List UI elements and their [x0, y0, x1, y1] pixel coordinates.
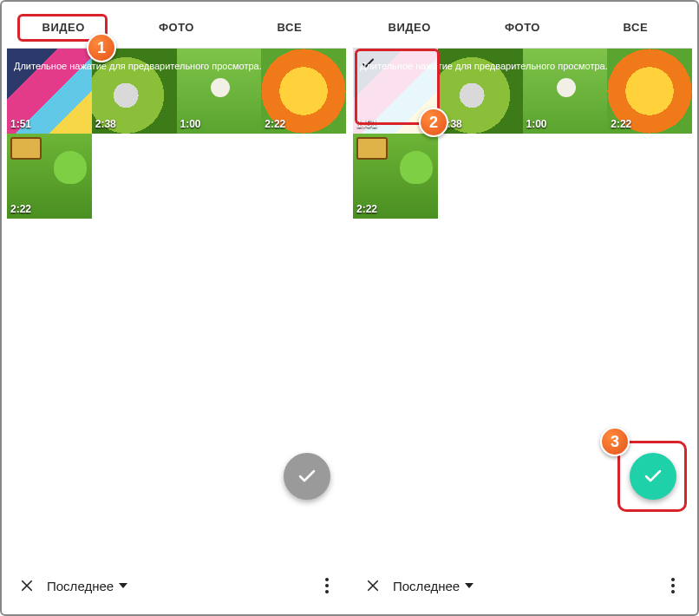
tabs: ВИДЕО ФОТО ВСЕ 1	[7, 7, 346, 49]
video-thumb-selected[interactable]: 1:51	[353, 49, 438, 134]
more-button[interactable]	[320, 573, 334, 599]
screen-right: ВИДЕО ФОТО ВСЕ Длительное нажатие для пр…	[353, 7, 692, 609]
close-button[interactable]	[365, 578, 381, 593]
thumb-duration: 1:51	[10, 118, 31, 130]
thumb-duration: 2:22	[611, 118, 631, 130]
chevron-down-icon	[119, 583, 127, 588]
bottom-bar: Последнее	[353, 562, 692, 609]
thumb-duration: 2:22	[265, 118, 285, 130]
media-grid-area: Длительное нажатие для предварительного …	[7, 49, 346, 562]
media-grid-area: Длительное нажатие для предварительного …	[353, 49, 692, 562]
thumb-duration: 1:51	[356, 118, 377, 130]
video-thumb[interactable]: 2:22	[607, 49, 692, 134]
video-thumb[interactable]: 2:22	[353, 134, 438, 219]
video-thumb[interactable]: 1:00	[177, 49, 262, 134]
screen-left: ВИДЕО ФОТО ВСЕ 1 Длительное нажатие для …	[7, 7, 346, 609]
chevron-down-icon	[465, 583, 474, 588]
thumb-duration: 1:00	[180, 118, 201, 130]
media-grid: 1:51 2:38 1:00 2:22 2:22	[353, 49, 692, 219]
thumb-duration: 2:38	[441, 118, 462, 130]
video-thumb[interactable]: 2:38	[438, 49, 523, 134]
thumb-duration: 1:00	[526, 118, 547, 130]
album-label: Последнее	[47, 579, 114, 593]
tab-all[interactable]: ВСЕ	[233, 7, 346, 48]
album-label: Последнее	[393, 579, 460, 593]
bottom-bar: Последнее	[7, 562, 346, 609]
media-grid: 1:51 2:38 1:00 2:22 2:22	[7, 49, 346, 219]
confirm-fab-disabled[interactable]	[284, 453, 330, 500]
check-icon	[297, 466, 317, 487]
tab-photo[interactable]: ФОТО	[466, 7, 578, 48]
close-icon	[365, 578, 381, 593]
confirm-fab[interactable]	[630, 453, 676, 500]
tab-photo[interactable]: ФОТО	[120, 7, 232, 48]
close-button[interactable]	[19, 578, 35, 593]
album-dropdown[interactable]: Последнее	[393, 579, 474, 593]
tabs: ВИДЕО ФОТО ВСЕ	[353, 7, 692, 49]
check-icon	[643, 466, 663, 487]
thumb-duration: 2:22	[10, 203, 31, 215]
video-thumb[interactable]: 2:22	[261, 49, 346, 134]
thumb-duration: 2:22	[356, 203, 377, 215]
video-thumb[interactable]: 1:00	[523, 49, 608, 134]
close-icon	[19, 578, 35, 593]
callout-3: 3	[600, 427, 630, 456]
thumb-duration: 2:38	[95, 118, 116, 130]
tab-video[interactable]: ВИДЕО	[7, 7, 120, 48]
video-thumb[interactable]: 2:22	[7, 134, 92, 219]
tab-video[interactable]: ВИДЕО	[353, 7, 466, 48]
video-thumb[interactable]: 2:38	[92, 49, 177, 134]
album-dropdown[interactable]: Последнее	[47, 579, 127, 593]
check-icon	[360, 56, 376, 71]
video-thumb[interactable]: 1:51	[7, 49, 92, 134]
tab-all[interactable]: ВСЕ	[579, 7, 692, 48]
more-button[interactable]	[666, 573, 680, 599]
